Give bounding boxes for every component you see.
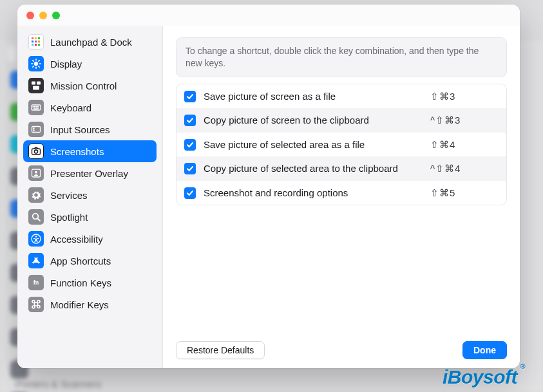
sidebar-item-input-sources[interactable]: Input Sources bbox=[23, 118, 157, 140]
svg-text:fn: fn bbox=[33, 279, 39, 286]
sidebar-item-spotlight[interactable]: Spotlight bbox=[23, 206, 157, 228]
shortcut-row[interactable]: Screenshot and recording options⇧⌘5 bbox=[176, 181, 506, 205]
shortcut-label: Save picture of screen as a file bbox=[204, 90, 423, 103]
search-icon bbox=[28, 209, 44, 225]
svg-rect-7 bbox=[35, 44, 37, 46]
sidebar-item-mission-control[interactable]: Mission Control bbox=[23, 75, 157, 97]
shortcut-row[interactable]: Copy picture of selected area to the cli… bbox=[176, 156, 506, 181]
sidebar-item-function-keys[interactable]: fnFunction Keys bbox=[23, 272, 157, 294]
keyboard-icon bbox=[28, 100, 44, 115]
svg-point-25 bbox=[36, 106, 37, 107]
sidebar-item-accessibility[interactable]: Accessibility bbox=[23, 228, 157, 250]
shortcut-label: Save picture of selected area as a file bbox=[204, 138, 423, 151]
checkbox[interactable] bbox=[184, 115, 196, 126]
svg-rect-2 bbox=[38, 37, 40, 39]
parent-search-field bbox=[6, 45, 18, 63]
svg-rect-0 bbox=[32, 37, 33, 39]
gear-icon bbox=[28, 187, 44, 203]
sidebar-item-label: Modifier Keys bbox=[50, 299, 109, 310]
svg-point-9 bbox=[34, 62, 38, 66]
shortcut-row[interactable]: Save picture of selected area as a file⇧… bbox=[176, 133, 506, 157]
svg-point-32 bbox=[34, 150, 37, 153]
checkbox[interactable] bbox=[184, 139, 196, 151]
shortcut-keys[interactable]: ⇧⌘5 bbox=[430, 187, 455, 199]
svg-line-36 bbox=[38, 219, 41, 221]
svg-rect-20 bbox=[33, 86, 39, 90]
watermark-logo: iBoysoft® bbox=[443, 366, 517, 388]
svg-rect-3 bbox=[32, 41, 33, 42]
mission-icon bbox=[28, 78, 44, 93]
sidebar-item-label: Display bbox=[50, 59, 82, 70]
appstore-icon bbox=[28, 253, 44, 268]
sidebar-item-display[interactable]: Display bbox=[23, 53, 157, 75]
command-icon bbox=[28, 297, 44, 312]
checkbox[interactable] bbox=[184, 91, 196, 102]
sidebar-item-label: Mission Control bbox=[50, 80, 117, 91]
shortcut-row[interactable]: Save picture of screen as a file⇧⌘3 bbox=[176, 84, 506, 109]
svg-point-23 bbox=[33, 106, 33, 107]
sidebar-item-label: App Shortcuts bbox=[50, 256, 111, 266]
svg-rect-6 bbox=[32, 44, 33, 46]
sidebar-item-services[interactable]: Services bbox=[23, 184, 157, 206]
shortcut-label: Screenshot and recording options bbox=[204, 187, 423, 200]
camera-icon bbox=[28, 144, 44, 159]
sidebar-item-label: Spotlight bbox=[50, 212, 88, 223]
svg-rect-1 bbox=[35, 37, 37, 39]
sidebar-item-keyboard[interactable]: Keyboard bbox=[23, 97, 157, 118]
svg-line-16 bbox=[33, 66, 33, 67]
sidebar-item-label: Launchpad & Dock bbox=[50, 37, 132, 48]
shortcut-row[interactable]: Copy picture of screen to the clipboard^… bbox=[176, 108, 506, 133]
sidebar-item-label: Input Sources bbox=[50, 124, 110, 135]
sidebar: Launchpad & DockDisplayMission ControlKe… bbox=[17, 26, 163, 368]
sidebar-item-app-shortcuts[interactable]: App Shortcuts bbox=[23, 250, 157, 272]
svg-line-14 bbox=[33, 61, 33, 61]
person-icon bbox=[28, 165, 44, 181]
svg-rect-8 bbox=[38, 44, 40, 46]
close-icon[interactable] bbox=[26, 12, 34, 19]
svg-point-26 bbox=[37, 106, 38, 107]
shortcut-label: Copy picture of screen to the clipboard bbox=[204, 114, 423, 127]
minimize-icon[interactable] bbox=[39, 12, 47, 19]
sidebar-item-modifier-keys[interactable]: Modifier Keys bbox=[23, 294, 157, 315]
shortcut-label: Copy picture of selected area to the cli… bbox=[204, 162, 423, 175]
svg-point-24 bbox=[34, 106, 35, 107]
zoom-icon[interactable] bbox=[52, 12, 60, 19]
shortcut-keys[interactable]: ⇧⌘4 bbox=[430, 139, 455, 151]
done-button[interactable]: Done bbox=[462, 341, 507, 359]
svg-rect-18 bbox=[32, 82, 35, 85]
svg-rect-5 bbox=[38, 41, 40, 42]
sidebar-item-label: Function Keys bbox=[50, 277, 111, 288]
sidebar-item-launchpad-dock[interactable]: Launchpad & Dock bbox=[23, 31, 157, 53]
titlebar bbox=[17, 5, 520, 26]
sidebar-item-presenter-overlay[interactable]: Presenter Overlay bbox=[23, 162, 157, 184]
svg-line-15 bbox=[39, 66, 39, 67]
sidebar-item-label: Accessibility bbox=[50, 234, 103, 245]
svg-rect-27 bbox=[32, 127, 41, 133]
hint-text: To change a shortcut, double click the k… bbox=[176, 37, 507, 77]
svg-point-34 bbox=[35, 171, 37, 174]
svg-point-38 bbox=[35, 236, 37, 238]
shortcut-keys[interactable]: ⇧⌘3 bbox=[430, 91, 455, 102]
svg-rect-19 bbox=[37, 82, 41, 85]
shortcut-keys[interactable]: ^⇧⌘3 bbox=[430, 115, 461, 126]
svg-line-17 bbox=[39, 61, 39, 61]
sidebar-item-label: Keyboard bbox=[50, 102, 91, 113]
restore-defaults-button[interactable]: Restore Defaults bbox=[176, 341, 265, 359]
grid-colors-icon bbox=[28, 34, 44, 50]
shortcut-list: Save picture of screen as a file⇧⌘3Copy … bbox=[176, 84, 507, 206]
sidebar-item-screenshots[interactable]: Screenshots bbox=[23, 140, 157, 162]
sidebar-item-label: Services bbox=[50, 190, 88, 201]
sidebar-item-label: Screenshots bbox=[50, 146, 104, 157]
content-pane: To change a shortcut, double click the k… bbox=[163, 26, 520, 368]
checkbox[interactable] bbox=[184, 187, 196, 199]
shortcut-keys[interactable]: ^⇧⌘4 bbox=[430, 163, 461, 174]
sun-icon bbox=[28, 56, 44, 71]
sidebar-item-label: Presenter Overlay bbox=[50, 168, 128, 179]
fn-text-icon: fn bbox=[28, 275, 44, 290]
checkbox[interactable] bbox=[184, 163, 196, 174]
accessibility-icon bbox=[28, 231, 44, 247]
svg-rect-4 bbox=[35, 41, 37, 42]
keyboard-shortcuts-sheet: Launchpad & DockDisplayMission ControlKe… bbox=[17, 5, 520, 368]
input-icon bbox=[28, 122, 44, 137]
